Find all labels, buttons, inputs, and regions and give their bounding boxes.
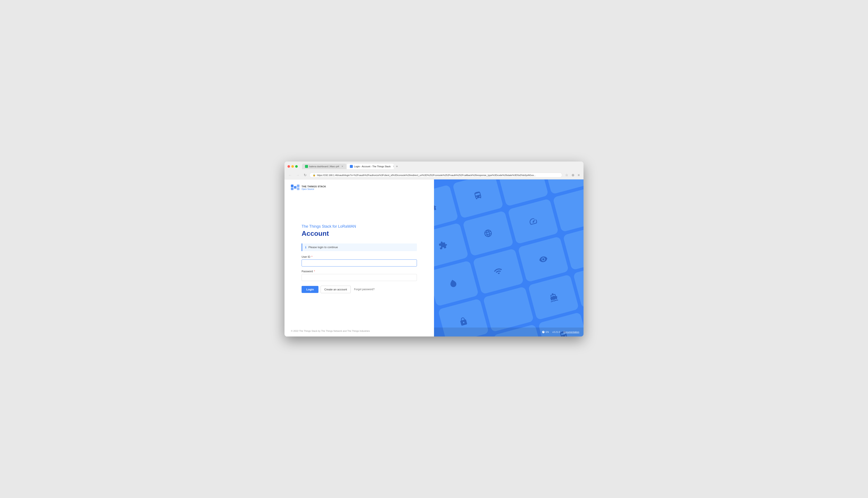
maximize-button[interactable] [295,165,298,168]
left-panel: THE THINGS STACK Open Source The Things … [284,180,434,337]
browser-window: balena dashboard | Marc-pi4 ✕ Login - Ac… [284,161,584,337]
iot-card-drop [434,261,479,306]
required-star-password: * [314,270,315,273]
iot-card-globe [462,210,513,256]
browser-titlebar: balena dashboard | Marc-pi4 ✕ Login - Ac… [284,161,584,171]
footer-version: v3.21.0 [552,331,560,333]
password-input[interactable] [302,274,417,281]
browser-nav-bar: ← → ↻ 🔒 https://192.168.1.46/oauth/login… [284,171,584,180]
minimize-button[interactable] [291,165,294,168]
right-footer: EN v3.21.0 Documentation [434,328,584,337]
info-text: Please login to continue [308,246,338,249]
right-panel: EN v3.21.0 Documentation [434,180,584,337]
iot-card-eye [518,236,569,282]
bookmark-button[interactable]: ☆ [564,172,570,178]
info-banner: ℹ Please login to continue [302,244,417,251]
iot-card-boat [528,274,579,320]
create-account-button[interactable]: Create an account [321,286,350,293]
password-label: Password * [302,270,417,273]
svg-rect-2 [294,186,296,188]
tab-close-balena[interactable]: ✕ [341,165,343,168]
logo-icon [291,185,299,191]
footer-lang-text: EN [546,331,549,333]
form-actions: Login Create an account Forgot password? [302,286,417,293]
tab-balena[interactable]: balena dashboard | Marc-pi4 ✕ [302,163,346,169]
svg-rect-4 [297,187,299,190]
svg-rect-0 [291,185,293,187]
refresh-button[interactable]: ↻ [303,172,308,178]
iot-card-empty3 [483,286,534,332]
logo-title: THE THINGS STACK [302,185,326,188]
nav-actions: ☆ ⊕ ≡ [564,172,581,178]
menu-button[interactable]: ≡ [576,172,581,178]
browser-top-row: balena dashboard | Marc-pi4 ✕ Login - Ac… [288,163,580,169]
page-footer: © 2022 The Things Stack by The Things Ne… [284,325,434,337]
tab-favicon-balena [305,165,308,168]
user-id-label: User ID * [302,255,417,258]
iot-card-speedometer [508,198,559,244]
site-header: THE THINGS STACK Open Source [284,180,434,196]
new-tab-button[interactable]: + [394,163,400,169]
forgot-password-button[interactable]: Forgot password? [353,287,376,292]
tab-label-tts: Login - Account - The Things Stack [354,165,391,168]
tab-tts[interactable]: Login - Account - The Things Stack ✕ [347,163,394,169]
page-heading-sub: The Things Stack for LoRaWAN [302,224,417,229]
close-button[interactable] [288,165,290,168]
page-heading-main: Account [302,230,417,237]
forward-button[interactable]: → [295,172,301,178]
login-form-area: The Things Stack for LoRaWAN Account ℹ P… [284,196,434,325]
logo-subtitle: Open Source [302,188,326,190]
iot-card-wifi [473,248,524,294]
svg-rect-1 [291,187,293,190]
extensions-button[interactable]: ⊕ [570,172,576,178]
login-button[interactable]: Login [302,286,318,293]
logo-text: THE THINGS STACK Open Source [302,185,326,190]
back-button[interactable]: ← [287,172,293,178]
tab-label-balena: balena dashboard | Marc-pi4 [309,165,339,168]
footer-left-text: © 2022 The Things Stack by The Things Ne… [291,330,370,332]
address-bar[interactable]: 🔒 https://192.168.1.46/oauth/login?n=%2F… [309,173,562,178]
user-id-input[interactable] [302,260,417,266]
tab-favicon-tts [350,165,353,168]
iot-grid [434,180,584,337]
iot-card-puzzle [434,223,469,268]
required-star-userid: * [311,255,312,258]
user-id-group: User ID * [302,255,417,266]
password-group: Password * [302,270,417,281]
page-content: THE THINGS STACK Open Source The Things … [284,180,584,337]
lock-icon: 🔒 [313,174,316,176]
url-text: https://192.168.1.46/oauth/login?n=%2Foa… [317,174,559,176]
traffic-lights [288,165,298,168]
browser-tabs: balena dashboard | Marc-pi4 ✕ Login - Ac… [302,163,580,169]
iot-card-empty2 [552,186,584,232]
site-logo: THE THINGS STACK Open Source [291,185,427,191]
footer-docs-link[interactable]: Documentation [563,331,579,333]
footer-lang[interactable]: EN [542,330,549,333]
info-icon: ℹ [305,246,306,249]
svg-rect-3 [297,185,299,187]
tab-close-tts[interactable]: ✕ [393,165,394,168]
